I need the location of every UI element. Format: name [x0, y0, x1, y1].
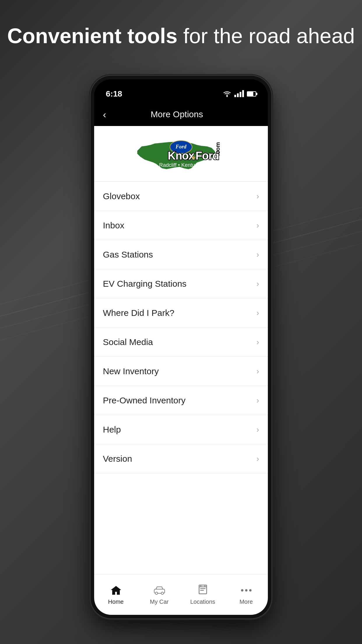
home-icon [110, 584, 122, 597]
menu-item-label-inbox: Inbox [103, 220, 124, 230]
svg-text:Ford: Ford [175, 144, 187, 150]
svg-text:Radcliff • Kentucky: Radcliff • Kentucky [159, 162, 203, 168]
my-car-icon [153, 584, 166, 597]
tab-more[interactable]: More [224, 574, 268, 615]
menu-item-preowned-inventory[interactable]: Pre-Owned Inventory › [94, 386, 268, 415]
tab-home[interactable]: Home [94, 574, 138, 615]
my-car-tab-label: My Car [150, 598, 168, 605]
svg-point-0 [226, 96, 228, 97]
chevron-right-icon: › [256, 367, 259, 376]
status-icons [223, 91, 256, 97]
menu-item-ev-charging[interactable]: EV Charging Stations › [94, 269, 268, 298]
wifi-icon [223, 91, 231, 97]
chevron-right-icon: › [256, 250, 259, 259]
menu-item-label-where-park: Where Did I Park? [103, 308, 174, 318]
svg-point-9 [155, 592, 158, 594]
svg-point-17 [241, 589, 243, 592]
svg-point-18 [245, 589, 247, 592]
chevron-right-icon: › [256, 337, 259, 347]
battery-icon [247, 91, 256, 97]
locations-tab-label: Locations [190, 598, 215, 605]
menu-item-version[interactable]: Version › [94, 444, 268, 473]
back-button[interactable]: ‹ [103, 109, 106, 120]
menu-item-label-preowned-inventory: Pre-Owned Inventory [103, 396, 185, 405]
chevron-right-icon: › [256, 396, 259, 405]
nav-bar: ‹ More Options [94, 103, 268, 126]
menu-item-where-park[interactable]: Where Did I Park? › [94, 298, 268, 328]
chevron-right-icon: › [256, 221, 259, 230]
headline-area: Convenient tools for the road ahead [0, 23, 362, 48]
phone-screen: 6:18 [94, 79, 268, 615]
logo-area: Ford Knox Ford ★ .com Radcliff • Kentuck… [94, 126, 268, 182]
signal-icon [234, 91, 244, 97]
tab-bar: Home My Car Locations More [94, 574, 268, 615]
home-tab-label: Home [108, 598, 124, 605]
menu-item-gas-stations[interactable]: Gas Stations › [94, 240, 268, 269]
phone-shell: 6:18 [91, 76, 271, 618]
time-display: 6:18 [106, 89, 122, 99]
svg-text:.com: .com [215, 142, 221, 156]
menu-item-help[interactable]: Help › [94, 415, 268, 444]
more-icon [240, 584, 252, 597]
screen-layout: 6:18 [94, 79, 268, 615]
menu-item-label-new-inventory: New Inventory [103, 366, 159, 376]
menu-item-label-ev-charging: EV Charging Stations [103, 279, 187, 289]
menu-item-label-help: Help [103, 425, 121, 435]
chevron-right-icon: › [256, 279, 259, 288]
tab-my-car[interactable]: My Car [138, 574, 181, 615]
tab-locations[interactable]: Locations [181, 574, 224, 615]
menu-item-label-glovebox: Glovebox [103, 191, 140, 201]
menu-item-new-inventory[interactable]: New Inventory › [94, 357, 268, 386]
chevron-right-icon: › [256, 308, 259, 318]
menu-item-label-version: Version [103, 454, 132, 464]
menu-item-inbox[interactable]: Inbox › [94, 211, 268, 240]
svg-text:★: ★ [191, 154, 196, 161]
svg-rect-11 [199, 585, 207, 594]
menu-list: Glovebox › Inbox › Gas Stations › EV Cha… [94, 182, 268, 473]
chevron-right-icon: › [256, 454, 259, 463]
logo-wrapper: Ford Knox Ford ★ .com Radcliff • Kentuck… [100, 135, 262, 176]
menu-item-social-media[interactable]: Social Media › [94, 328, 268, 357]
chevron-right-icon: › [256, 192, 259, 201]
more-tab-label: More [240, 598, 253, 605]
knoxford-logo: Ford Knox Ford ★ .com Radcliff • Kentuck… [131, 135, 231, 176]
menu-item-label-social-media: Social Media [103, 337, 153, 347]
page-title: More Options [106, 109, 247, 119]
menu-item-label-gas-stations: Gas Stations [103, 250, 153, 260]
chevron-right-icon: › [256, 425, 259, 434]
headline-text: Convenient tools for the road ahead [0, 23, 362, 48]
content-area: Ford Knox Ford ★ .com Radcliff • Kentuck… [94, 126, 268, 574]
locations-icon [198, 584, 208, 597]
status-bar: 6:18 [94, 79, 268, 103]
svg-point-10 [161, 592, 164, 594]
menu-item-glovebox[interactable]: Glovebox › [94, 182, 268, 211]
svg-point-19 [249, 589, 252, 592]
